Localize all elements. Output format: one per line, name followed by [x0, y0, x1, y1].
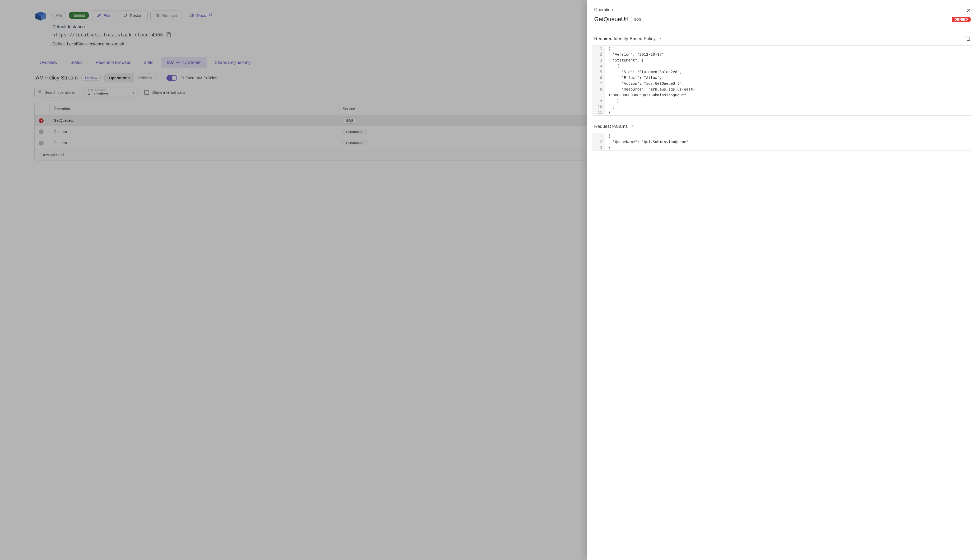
code-line: "Version": "2012-10-17",: [605, 52, 973, 57]
code-line: {: [605, 46, 973, 52]
line-number: 3: [592, 57, 605, 63]
code-line: "Action": "sqs:GetQueueUrl",: [605, 80, 973, 86]
line-number: 10: [592, 104, 605, 110]
denied-pill: DENIED: [952, 17, 971, 22]
line-number: 3: [592, 145, 605, 150]
line-number: 6: [592, 75, 605, 80]
code-line: 1:000000000000:QuizSubmissionQueue": [605, 92, 973, 98]
params-section-title: Request Params: [594, 124, 628, 129]
code-line: {: [605, 133, 973, 139]
code-line: }: [605, 110, 973, 115]
line-number: 1: [592, 133, 605, 139]
code-line: {: [605, 63, 973, 69]
line-number: 2: [592, 139, 605, 145]
line-number: 4: [592, 63, 605, 69]
code-line: ]: [605, 104, 973, 110]
code-line: "Resource": "arn:aws:sqs:us-east-: [605, 86, 973, 92]
copy-policy-icon[interactable]: [965, 36, 971, 42]
drawer-service-tag: SQS: [631, 17, 644, 22]
operation-drawer: Operation GetQueueUrl SQS DENIED Require…: [587, 0, 978, 560]
params-codeblock: 1{2 "QueueName": "QuizSubmissionQueue"3}: [592, 133, 973, 151]
code-line: "QueueName": "QuizSubmissionQueue": [605, 139, 973, 145]
drawer-title: GetQueueUrl: [594, 16, 629, 23]
chevron-down-icon[interactable]: [630, 123, 635, 129]
chevron-down-icon[interactable]: [658, 36, 663, 42]
drawer-label: Operation: [594, 7, 971, 12]
code-line: "Sid": "Statement3a1ee2e8",: [605, 69, 973, 75]
code-line: "Statement": [: [605, 57, 973, 63]
line-number: 2: [592, 52, 605, 57]
policy-section-title: Required Identity-Based Policy: [594, 36, 655, 42]
close-icon[interactable]: [966, 7, 972, 14]
line-number: 11: [592, 110, 605, 115]
code-line: }: [605, 98, 973, 104]
line-number: 8: [592, 86, 605, 92]
line-number: [592, 92, 605, 98]
line-number: 1: [592, 46, 605, 52]
line-number: 5: [592, 69, 605, 75]
line-number: 7: [592, 80, 605, 86]
line-number: 9: [592, 98, 605, 104]
policy-codeblock: 1{2 "Version": "2012-10-17",3 "Statement…: [592, 45, 973, 116]
code-line: }: [605, 145, 973, 150]
code-line: "Effect": "Allow",: [605, 75, 973, 80]
